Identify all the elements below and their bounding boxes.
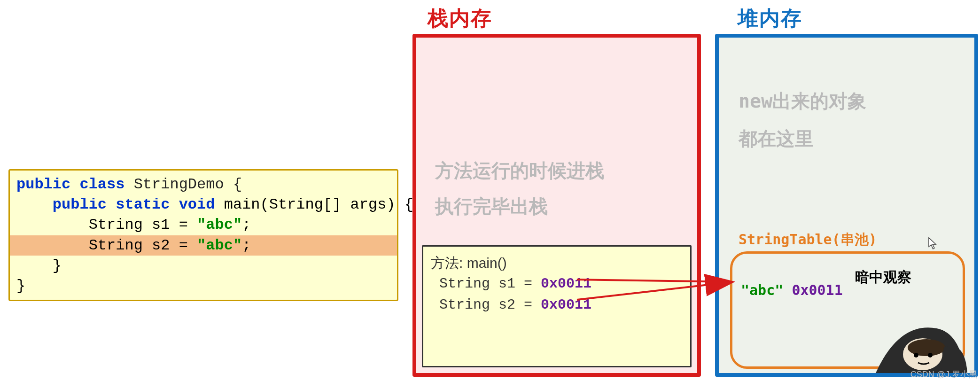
stack-watermark: 方法运行的时候进栈 执行完毕出栈	[435, 153, 604, 224]
string-table-label: StringTable(串池)	[739, 230, 877, 249]
heap-watermark-line-1: new出来的对象	[739, 82, 866, 120]
keyword-public: public	[53, 196, 107, 213]
heap-watermark-line-2: 都在这里	[739, 120, 866, 157]
stack-var-s1: String s1 = 0x0011	[431, 273, 683, 295]
string-literal: "abc"	[197, 237, 242, 254]
string-table-entry: "abc" 0x0011	[741, 282, 843, 298]
svg-point-3	[928, 353, 933, 358]
code-line-3: String s1 = "abc";	[10, 215, 397, 235]
keyword-void: void	[179, 196, 215, 213]
heap-memory-box: new出来的对象 都在这里 StringTable(串池) "abc" 0x00…	[715, 34, 978, 377]
stack-memory-box: 方法运行的时候进栈 执行完毕出栈 方法: main() String s1 = …	[412, 34, 701, 377]
heap-watermark: new出来的对象 都在这里	[739, 82, 866, 157]
code-text: String s1 =	[16, 216, 197, 233]
string-literal: "abc"	[197, 216, 242, 233]
stack-watermark-line-2: 执行完毕出栈	[435, 188, 604, 224]
code-line-5: }	[10, 256, 397, 276]
method-frame-title: 方法: main()	[431, 252, 683, 273]
string-literal: "abc"	[741, 282, 783, 298]
svg-point-1	[908, 339, 945, 356]
code-line-6: }	[10, 276, 397, 296]
code-text: main(String[] args) {	[215, 196, 413, 213]
keyword-static: static	[116, 196, 170, 213]
code-text: ;	[242, 237, 251, 254]
stack-var-lhs: String s1 =	[431, 276, 541, 292]
code-line-4-highlighted: String s2 = "abc";	[10, 235, 397, 256]
memory-address: 0x0011	[792, 282, 842, 298]
code-line-2: public static void main(String[] args) {	[10, 194, 397, 215]
keyword-public: public	[16, 176, 70, 193]
code-text: ;	[242, 216, 251, 233]
heap-heading: 堆内存	[738, 5, 802, 32]
watch-caption: 暗中观察	[855, 268, 911, 287]
stack-heading: 栈内存	[428, 5, 492, 32]
svg-point-2	[914, 353, 918, 358]
stack-var-lhs: String s2 =	[431, 297, 541, 313]
mouse-cursor-icon	[928, 237, 937, 249]
memory-address: 0x0011	[541, 276, 591, 292]
code-text: StringDemo {	[124, 176, 242, 193]
code-panel: public class StringDemo { public static …	[8, 169, 398, 301]
code-text: String s2 =	[16, 237, 197, 254]
stack-watermark-line-1: 方法运行的时候进栈	[435, 153, 604, 188]
corner-watermark: CSDN @J.罗小黑	[910, 369, 977, 380]
keyword-class: class	[79, 176, 124, 193]
code-line-1: public class StringDemo {	[10, 174, 397, 194]
method-frame-main: 方法: main() String s1 = 0x0011 String s2 …	[422, 245, 692, 367]
peeking-character-icon	[871, 303, 970, 373]
stack-var-s2: String s2 = 0x0011	[431, 295, 683, 316]
memory-address: 0x0011	[541, 297, 591, 313]
